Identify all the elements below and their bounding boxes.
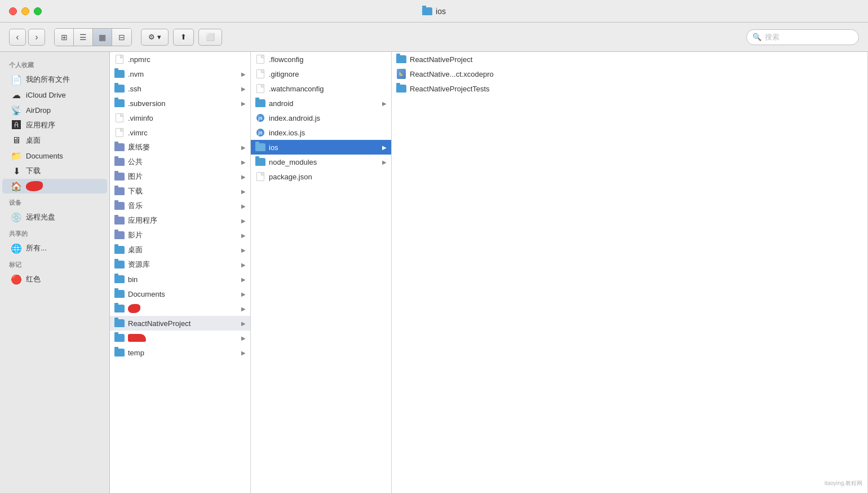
minimize-button[interactable] bbox=[21, 7, 29, 15]
list-item[interactable]: ReactNativeProjectTests bbox=[392, 81, 867, 96]
sidebar-item-all-files[interactable]: 📄 我的所有文件 bbox=[2, 72, 107, 87]
tag-red-icon: 🔴 bbox=[11, 274, 21, 284]
list-item[interactable]: js index.android.js bbox=[251, 111, 391, 125]
sidebar-item-tag-red[interactable]: 🔴 红色 bbox=[2, 272, 107, 287]
folder-icon bbox=[114, 187, 125, 195]
plain-file-icon bbox=[256, 55, 264, 64]
file-columns: .npmrc .nvm ▶ .ssh ▶ .subversion ▶ .vimi… bbox=[110, 52, 868, 493]
list-item[interactable]: .npmrc bbox=[110, 52, 250, 67]
remote-disc-icon: 💿 bbox=[11, 212, 21, 222]
sidebar-item-shared-all[interactable]: 🌐 所有... bbox=[2, 241, 107, 256]
list-item[interactable]: 应用程序 ▶ bbox=[110, 213, 250, 228]
maximize-button[interactable] bbox=[34, 7, 42, 15]
list-item[interactable]: .flowconfig bbox=[251, 52, 391, 67]
list-item[interactable]: 公共 ▶ bbox=[110, 155, 250, 169]
folder-icon bbox=[114, 349, 125, 356]
file-name: .viminfo bbox=[128, 114, 153, 122]
list-item[interactable]: .ssh ▶ bbox=[110, 81, 250, 96]
list-item[interactable]: temp ▶ bbox=[110, 345, 250, 360]
action-button[interactable]: ⚙ ▾ bbox=[141, 29, 169, 46]
plain-file-icon bbox=[256, 172, 264, 181]
view-column-button[interactable]: ▦ bbox=[93, 29, 112, 46]
list-item[interactable]: 音乐 ▶ bbox=[110, 199, 250, 213]
file-name: .nvm bbox=[128, 70, 144, 78]
tag-red-label: 红色 bbox=[26, 274, 41, 284]
list-item[interactable]: .watchmanconfig bbox=[251, 81, 391, 96]
sidebar-item-icloud[interactable]: ☁ iCloud Drive bbox=[2, 87, 107, 102]
view-list-button[interactable]: ☰ bbox=[74, 29, 93, 46]
tag-button[interactable]: ⬜ bbox=[198, 29, 222, 46]
list-item[interactable]: 下载 ▶ bbox=[110, 184, 250, 199]
file-column-3: ReactNativeProject 📐 ReactNative...ct.xc… bbox=[392, 52, 868, 493]
forward-button[interactable]: › bbox=[28, 29, 45, 46]
list-item[interactable]: .vimrc bbox=[110, 125, 250, 140]
list-item[interactable]: ios ▶ bbox=[251, 140, 391, 155]
folder-icon bbox=[114, 143, 125, 151]
list-item[interactable]: bin ▶ bbox=[110, 272, 250, 287]
list-item[interactable]: ▶ bbox=[110, 331, 250, 345]
list-item[interactable]: package.json bbox=[251, 169, 391, 184]
list-item[interactable]: ReactNativeProject bbox=[392, 52, 867, 67]
action-chevron: ▾ bbox=[157, 33, 161, 41]
xcodeproj-icon: 📐 bbox=[397, 69, 406, 79]
folder-icon bbox=[114, 319, 125, 327]
folder-icon bbox=[114, 202, 125, 210]
watermark: itaoying.教程网 bbox=[825, 479, 862, 487]
view-icon-button[interactable]: ⊞ bbox=[55, 29, 74, 46]
sidebar-item-downloads[interactable]: ⬇ 下载 bbox=[2, 164, 107, 178]
list-item[interactable]: 桌面 ▶ bbox=[110, 243, 250, 257]
tag-icon: ⬜ bbox=[206, 33, 215, 41]
list-item[interactable]: .gitignore bbox=[251, 67, 391, 81]
file-name: temp bbox=[128, 349, 144, 357]
apps-icon: 🅰 bbox=[11, 120, 21, 130]
list-item[interactable]: Documents ▶ bbox=[110, 287, 250, 301]
list-item[interactable]: 资源库 ▶ bbox=[110, 257, 250, 272]
chevron-icon: ▶ bbox=[241, 174, 246, 180]
list-item[interactable]: .viminfo bbox=[110, 111, 250, 125]
view-cover-button[interactable]: ⊟ bbox=[112, 29, 131, 46]
folder-icon bbox=[114, 85, 125, 93]
file-name: 资源库 bbox=[128, 259, 150, 270]
chevron-icon: ▶ bbox=[241, 188, 246, 195]
list-item[interactable]: 废纸篓 ▶ bbox=[110, 140, 250, 155]
list-item[interactable]: 图片 ▶ bbox=[110, 169, 250, 184]
chevron-icon: ▶ bbox=[241, 71, 246, 77]
sidebar-item-apps[interactable]: 🅰 应用程序 bbox=[2, 118, 107, 133]
action-icon: ⚙ bbox=[148, 33, 155, 41]
file-name: node_modules bbox=[269, 158, 317, 166]
list-item[interactable]: android ▶ bbox=[251, 96, 391, 111]
file-name: index.android.js bbox=[269, 114, 320, 122]
sidebar-item-home[interactable]: 🏠 bbox=[2, 179, 107, 193]
list-item[interactable]: 📐 ReactNative...ct.xcodepro bbox=[392, 67, 867, 81]
folder-icon bbox=[114, 290, 125, 298]
list-item[interactable]: 影片 ▶ bbox=[110, 228, 250, 243]
close-button[interactable] bbox=[9, 7, 17, 15]
sidebar-item-desktop[interactable]: 🖥 桌面 bbox=[2, 133, 107, 148]
list-item[interactable]: ReactNativeProject ▶ bbox=[110, 316, 250, 331]
share-icon: ⬆ bbox=[180, 33, 187, 41]
chevron-icon: ▶ bbox=[241, 247, 246, 253]
view-buttons: ⊞ ☰ ▦ ⊟ bbox=[54, 28, 132, 46]
search-box[interactable]: 🔍 搜索 bbox=[746, 29, 859, 45]
list-item[interactable]: js index.ios.js bbox=[251, 125, 391, 140]
file-name: 音乐 bbox=[128, 201, 143, 211]
sidebar-item-remote-disc[interactable]: 💿 远程光盘 bbox=[2, 210, 107, 225]
chevron-icon: ▶ bbox=[241, 159, 246, 165]
chevron-icon: ▶ bbox=[241, 232, 246, 239]
folder-icon bbox=[114, 261, 125, 268]
list-item[interactable]: .subversion ▶ bbox=[110, 96, 250, 111]
back-button[interactable]: ‹ bbox=[9, 29, 26, 46]
folder-icon bbox=[114, 70, 125, 78]
sidebar-item-documents[interactable]: 📁 Documents bbox=[2, 148, 107, 163]
sidebar-item-airdrop[interactable]: 📡 AirDrop bbox=[2, 103, 107, 117]
folder-icon bbox=[114, 334, 125, 342]
folder-icon bbox=[114, 99, 125, 107]
airdrop-icon: 📡 bbox=[11, 105, 21, 115]
list-item[interactable]: .nvm ▶ bbox=[110, 67, 250, 81]
chevron-icon: ▶ bbox=[241, 335, 246, 341]
file-column-2: .flowconfig .gitignore .watchmanconfig a… bbox=[251, 52, 392, 493]
list-item[interactable]: ▶ bbox=[110, 301, 250, 316]
icloud-label: iCloud Drive bbox=[26, 91, 66, 99]
list-item[interactable]: node_modules ▶ bbox=[251, 155, 391, 169]
share-button[interactable]: ⬆ bbox=[173, 29, 194, 46]
